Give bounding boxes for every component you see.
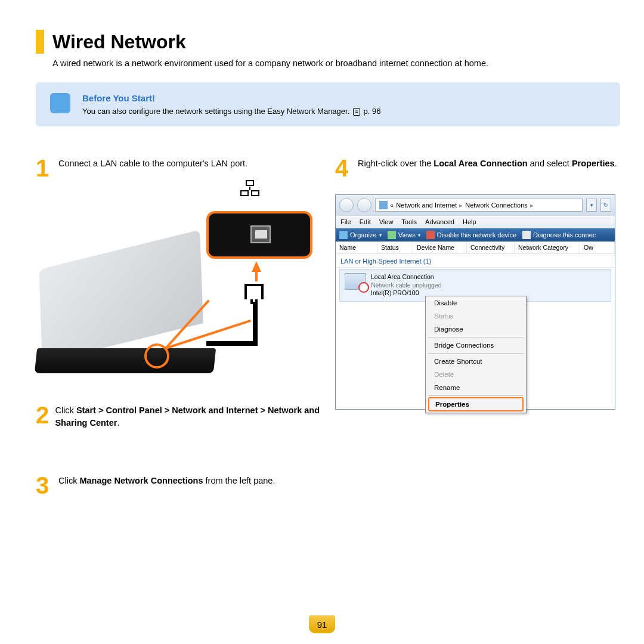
menu-tools[interactable]: Tools [401, 218, 417, 225]
nav-forward-button[interactable] [357, 198, 371, 212]
menu-file[interactable]: File [340, 218, 351, 225]
breadcrumb-sep: ▸ [459, 202, 463, 209]
disable-device-button[interactable]: Disable this network device [426, 231, 516, 239]
breadcrumb-sep: ▸ [530, 202, 534, 209]
page-title: Wired Network [52, 31, 186, 53]
ctx-shortcut[interactable]: Create Shortcut [426, 355, 526, 368]
group-header: LAN or High-Speed Internet (1) [336, 254, 615, 268]
network-connections-window: « Network and Internet ▸ Network Connect… [335, 194, 615, 410]
before-you-start-callout: Before You Start! You can also configure… [36, 82, 620, 126]
callout-page-ref: p. 96 [364, 107, 381, 116]
ctx-bridge[interactable]: Bridge Connections [426, 339, 526, 352]
menu-help[interactable]: Help [463, 218, 476, 225]
column-headers: Name Status Device Name Connectivity Net… [336, 242, 615, 254]
col-owner[interactable]: Ow [580, 242, 615, 253]
breadcrumb-item[interactable]: Network and Internet [396, 202, 457, 209]
step-1-text: Connect a LAN cable to the computer's LA… [58, 156, 247, 180]
ctx-diagnose[interactable]: Diagnose [426, 323, 526, 336]
callout-title: Before You Start! [82, 93, 380, 103]
ctx-properties[interactable]: Properties [428, 397, 524, 411]
toolbar: Organize▾ Views▾ Disable this network de… [336, 228, 615, 242]
ctx-rename[interactable]: Rename [426, 381, 526, 394]
context-menu: Disable Status Diagnose Bridge Connectio… [425, 296, 527, 413]
step-1: 1 Connect a LAN cable to the computer's … [36, 156, 321, 180]
organize-icon [339, 231, 348, 239]
step-4: 4 Right-click over the Local Area Connec… [335, 156, 620, 180]
col-device[interactable]: Device Name [413, 242, 467, 253]
page-number: 91 [309, 615, 335, 633]
menu-edit[interactable]: Edit [360, 218, 371, 225]
views-icon [388, 231, 396, 239]
lan-port-illustration [36, 194, 310, 385]
breadcrumb-dropdown[interactable]: ▾ [586, 199, 597, 212]
step-3: 3 Click Manage Network Connections from … [36, 473, 321, 497]
refresh-button[interactable]: ↻ [600, 199, 611, 212]
step-number: 1 [36, 156, 52, 180]
connection-name: Local Area Connection [371, 273, 442, 281]
breadcrumb[interactable]: « Network and Internet ▸ Network Connect… [375, 199, 583, 212]
ctx-separator [428, 337, 524, 338]
ctx-delete: Delete [426, 368, 526, 381]
step-number: 2 [36, 403, 49, 429]
network-icon [240, 180, 259, 197]
nav-back-button[interactable] [339, 198, 354, 212]
folder-icon [379, 201, 388, 209]
col-name[interactable]: Name [336, 242, 377, 253]
ethernet-plug-icon [244, 284, 264, 304]
ctx-disable[interactable]: Disable [426, 296, 526, 309]
disable-icon [426, 231, 435, 239]
breadcrumb-item[interactable]: Network Connections [465, 202, 528, 209]
page-ref-icon: ≡ [353, 108, 360, 116]
step-3-text: Click Manage Network Connections from th… [58, 473, 275, 497]
col-category[interactable]: Network Category [515, 242, 580, 253]
ctx-status: Status [426, 309, 526, 323]
ctx-separator [428, 353, 524, 354]
connection-icon: ✕ [345, 273, 366, 290]
title-accent-bar [36, 30, 44, 54]
menubar: File Edit View Tools Advanced Help [336, 215, 615, 228]
diagnose-button[interactable]: Diagnose this connec [522, 231, 596, 239]
views-button[interactable]: Views▾ [388, 231, 420, 239]
col-connectivity[interactable]: Connectivity [467, 242, 515, 253]
callout-text: You can also configure the network setti… [82, 107, 380, 116]
col-status[interactable]: Status [377, 242, 413, 253]
breadcrumb-chevron: « [390, 202, 394, 209]
step-2-text: Click Start > Control Panel > Network an… [55, 403, 321, 429]
menu-view[interactable]: View [379, 218, 394, 225]
step-4-text: Right-click over the Local Area Connecti… [358, 156, 617, 180]
ctx-separator [428, 395, 524, 396]
organize-button[interactable]: Organize▾ [339, 231, 382, 239]
connection-status: Network cable unplugged [371, 281, 442, 290]
callout-body: You can also configure the network setti… [82, 107, 352, 116]
lan-port-zoom [206, 211, 312, 259]
page-subtitle: A wired network is a network environment… [52, 58, 620, 68]
step-number: 3 [36, 473, 52, 497]
diagnose-icon [522, 231, 531, 239]
callout-icon [50, 93, 70, 113]
menu-advanced[interactable]: Advanced [425, 218, 454, 225]
laptop-illustration [36, 266, 215, 373]
step-number: 4 [335, 156, 352, 180]
step-2: 2 Click Start > Control Panel > Network … [36, 403, 321, 429]
